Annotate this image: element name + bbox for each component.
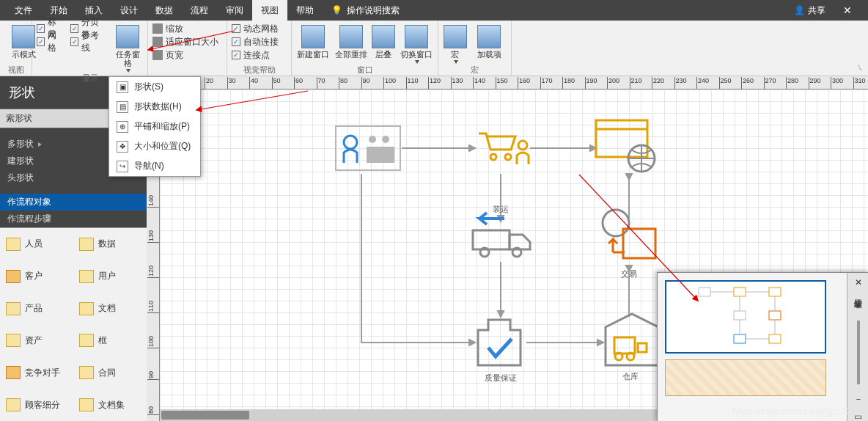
fit-window-button[interactable]: 适应窗口大小	[152, 35, 222, 48]
svg-rect-24	[769, 311, 781, 320]
sizepos-icon: ✥	[117, 141, 128, 153]
shape-browser-globe[interactable]	[596, 120, 662, 177]
addins-button[interactable]: 加载项	[471, 22, 507, 59]
group-title-macro: 宏	[443, 65, 507, 76]
share-button[interactable]: 👤共享	[787, 4, 833, 17]
shape-document[interactable]: 文档	[73, 293, 147, 325]
chevron-down-icon	[454, 60, 458, 64]
h ruler: 0102030405060708090100110120130140150160…	[160, 76, 868, 89]
menu-help[interactable]: 帮助	[287, 0, 323, 21]
label-trade: 交易	[621, 268, 637, 279]
group-title-view: 视图	[4, 65, 27, 76]
shape-data[interactable]: 数据	[73, 228, 147, 260]
person-icon: 👤	[794, 5, 805, 15]
shapes-icon: ▣	[117, 81, 128, 93]
svg-point-2	[369, 136, 376, 143]
shape-custseg[interactable]: 顾客细分	[0, 389, 73, 421]
menu-view[interactable]: 视图	[252, 0, 287, 21]
zoom-button[interactable]: 缩放	[152, 22, 222, 35]
shape-product[interactable]: 产品	[0, 293, 73, 325]
svg-rect-4	[367, 147, 394, 163]
shape-truck[interactable]	[471, 213, 534, 266]
shape-contract[interactable]: 合同	[73, 356, 147, 389]
page-width-button[interactable]: 页宽	[152, 48, 222, 62]
shape-docset[interactable]: 文档集	[73, 389, 147, 421]
minus-icon[interactable]: －	[854, 393, 863, 406]
menu-design[interactable]: 设计	[111, 0, 147, 21]
menu-file[interactable]: 文件	[6, 0, 41, 21]
mi-navigation[interactable]: ↪导航(N)	[109, 156, 200, 176]
mi-pan-zoom[interactable]: ⊕平铺和缩放(P)	[109, 117, 200, 136]
zoom-slider[interactable]	[857, 321, 860, 384]
svg-rect-15	[623, 229, 655, 258]
svg-rect-20	[699, 288, 710, 296]
svg-point-1	[344, 136, 357, 149]
mi-size-pos[interactable]: ✥大小和位置(Q)	[109, 136, 200, 156]
menu-process[interactable]: 流程	[182, 0, 217, 21]
svg-point-14	[603, 210, 629, 236]
chk-autoconnect[interactable]: ✓自动连接	[232, 35, 287, 48]
shape-qa[interactable]	[474, 315, 529, 373]
macro-icon	[444, 25, 467, 48]
svg-point-7	[518, 141, 527, 150]
switch-window-button[interactable]: 切换窗口	[400, 22, 433, 64]
chk-dynamic-grid[interactable]: ✓动态网格	[232, 22, 287, 35]
canvas[interactable]: 0102030405060708090100110120130140150160…	[147, 76, 868, 421]
pz-close-icon[interactable]: ✕	[855, 277, 862, 288]
shape-box[interactable]: 框	[73, 324, 147, 356]
chk-guides[interactable]: ✓参考线	[70, 35, 106, 48]
label-qa: 质量保证	[485, 373, 517, 384]
cat-workflow-objects[interactable]: 作流程对象	[0, 194, 147, 210]
svg-rect-19	[638, 343, 647, 352]
collapse-ribbon[interactable]: ㄟ	[856, 62, 864, 73]
svg-point-18	[627, 353, 634, 360]
shape-customer[interactable]: 客户	[0, 260, 73, 293]
shapedata-icon: ▤	[117, 101, 128, 113]
chk-grid[interactable]: ✓网格	[37, 35, 65, 48]
shape-asset[interactable]: 资产	[0, 324, 73, 356]
cat-workflow-steps[interactable]: 作流程步骤	[0, 210, 147, 227]
group-title-zoom	[152, 65, 222, 76]
shape-competitor[interactable]: 竞争对手	[0, 356, 73, 389]
cascade-button[interactable]: 层叠	[372, 22, 395, 59]
shape-cart-user[interactable]	[475, 126, 534, 176]
menu-review[interactable]: 审阅	[217, 0, 252, 21]
svg-rect-8	[596, 120, 647, 157]
nav-icon: ↪	[117, 161, 128, 172]
watermark: https://blog.csdn.net/ygp12345	[732, 406, 862, 417]
label-warehouse: 仓库	[622, 371, 639, 382]
pan-zoom-viewport[interactable]	[665, 280, 826, 354]
group-title-visaid: 视觉帮助	[232, 65, 287, 76]
shape-user[interactable]: 用户	[73, 260, 147, 293]
shape-people-group[interactable]	[336, 126, 402, 176]
svg-rect-21	[734, 288, 746, 296]
chk-connectpoint[interactable]: ✓连接点	[232, 48, 287, 62]
bulb-icon: 💡	[331, 5, 342, 15]
svg-rect-22	[769, 288, 781, 296]
tell-me-search[interactable]: 💡操作说明搜索	[323, 0, 408, 21]
macros-button[interactable]: 宏	[443, 22, 467, 64]
panzoom-icon: ⊕	[117, 121, 128, 133]
arrange-all-button[interactable]: 全部重排	[334, 22, 368, 59]
shape-warehouse[interactable]	[603, 310, 661, 370]
newwin-icon	[301, 25, 325, 48]
pan-zoom-window[interactable]: ✕ 平铺和缩放 ＋ － ▭	[657, 272, 868, 421]
arrange-icon	[339, 25, 363, 48]
plus-icon[interactable]: ＋	[854, 299, 863, 312]
group-title-window: 窗口	[296, 65, 433, 76]
svg-point-6	[505, 154, 511, 160]
mi-shape-data[interactable]: ▤形状数据(H)	[109, 97, 200, 117]
shape-person[interactable]: 人员	[0, 228, 73, 260]
task-pane-menu: ▣形状(S) ▤形状数据(H) ⊕平铺和缩放(P) ✥大小和位置(Q) ↪导航(…	[108, 76, 201, 177]
svg-point-5	[490, 154, 496, 160]
new-window-button[interactable]: 新建窗口	[296, 22, 330, 59]
fit-icon	[152, 37, 163, 47]
shape-trade[interactable]	[600, 207, 662, 268]
task-pane-button[interactable]: 任务窗格	[112, 22, 143, 73]
mi-shapes[interactable]: ▣形状(S)	[109, 77, 200, 97]
menu-data[interactable]: 数据	[147, 0, 182, 21]
close-button[interactable]: ✕	[833, 4, 862, 16]
svg-rect-26	[769, 334, 781, 343]
svg-rect-23	[734, 311, 746, 320]
svg-point-3	[382, 136, 389, 143]
